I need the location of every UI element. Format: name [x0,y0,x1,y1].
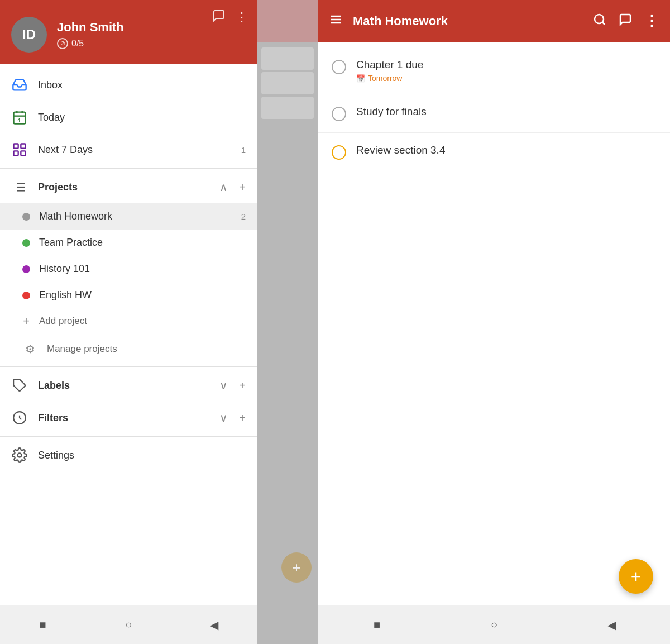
labels-collapse-icon[interactable]: ∨ [219,379,228,392]
team-practice-dot [22,239,30,247]
nav-divider [0,168,257,169]
english-hw-dot [22,292,30,299]
right-home-icon[interactable]: ○ [484,615,504,635]
left-header-icons: ⋮ [212,9,248,26]
right-header-icons: ⋮ [593,12,659,30]
svg-line-21 [602,22,605,24]
middle-fab: + [281,552,312,583]
left-header: ID John Smith ⊘ 0/5 ⋮ [0,0,257,64]
task-checkbox-study-finals[interactable] [332,107,346,121]
math-homework-badge: 2 [241,212,246,221]
nav-section: Inbox 4 Today [0,64,257,605]
english-hw-label: English HW [39,289,246,301]
manage-projects-label: Manage projects [47,344,117,355]
project-item-history101[interactable]: History 101 [0,256,257,282]
middle-overlay-header [257,0,318,42]
next7days-badge: 1 [241,145,246,155]
task-list: Chapter 1 due 📅 Tomorrow Study for final… [318,42,670,605]
labels-section-actions: ∨ + [219,379,246,392]
left-back-icon[interactable]: ◀ [204,615,224,635]
left-home-icon[interactable]: ○ [118,615,138,635]
project-item-english-hw[interactable]: English HW [0,282,257,308]
comment-icon[interactable] [619,13,632,30]
karma-icon: ⊘ [57,38,68,49]
history101-label: History 101 [39,263,246,275]
project-item-team-practice[interactable]: Team Practice [0,230,257,256]
fab-add-task[interactable]: + [619,559,653,594]
labels-label: Labels [38,380,209,392]
filters-collapse-icon[interactable]: ∨ [219,411,228,424]
labels-divider [0,366,257,367]
math-homework-dot [22,213,30,221]
right-stop-icon[interactable]: ■ [367,615,387,635]
avatar[interactable]: ID [11,17,47,53]
right-bottom-nav: ■ ○ ◀ [318,605,670,644]
filters-icon [11,409,28,426]
middle-overlay: + [257,0,318,644]
task-due-chapter1: 📅 Tomorrow [356,74,657,83]
right-header: Math Homework ⋮ [318,0,670,42]
settings-label: Settings [38,450,246,461]
next7days-label: Next 7 Days [38,144,231,156]
history101-dot [22,265,30,273]
task-title-study-finals: Study for finals [356,106,657,118]
user-info: John Smith ⊘ 0/5 [57,20,124,49]
due-calendar-icon: 📅 [356,74,365,83]
inbox-label: Inbox [38,79,246,91]
manage-projects-icon: ⚙ [22,341,38,357]
projects-label: Projects [38,182,209,193]
filters-section-header[interactable]: Filters ∨ + [0,402,257,434]
user-name: John Smith [57,20,124,35]
right-header-title: Math Homework [353,14,583,28]
sidebar-item-inbox[interactable]: Inbox [0,69,257,101]
inbox-icon [11,77,28,93]
task-item-chapter1[interactable]: Chapter 1 due 📅 Tomorrow [318,47,670,94]
projects-collapse-icon[interactable]: ∧ [219,180,228,194]
middle-overlay-row2 [261,72,314,94]
task-title-chapter1: Chapter 1 due [356,59,657,71]
projects-add-icon[interactable]: + [239,181,246,194]
task-item-study-finals[interactable]: Study for finals [318,94,670,133]
left-bottom-nav: ■ ○ ◀ [0,605,257,644]
today-label: Today [38,112,246,123]
task-checkbox-review-section[interactable] [332,145,346,160]
svg-point-16 [18,454,22,457]
menu-icon-btn[interactable] [329,13,343,30]
labels-section-header[interactable]: Labels ∨ + [0,369,257,402]
right-panel: Math Homework ⋮ Chapter 1 due [318,0,670,644]
comment-icon-btn[interactable] [212,9,226,26]
add-project-icon: + [22,317,30,325]
task-item-review-section[interactable]: Review section 3.4 [318,133,670,171]
filters-add-icon[interactable]: + [239,412,246,424]
task-checkbox-chapter1[interactable] [332,60,346,74]
right-back-icon[interactable]: ◀ [601,615,621,635]
project-item-math-homework[interactable]: Math Homework 2 [0,203,257,230]
filters-label: Filters [38,412,209,424]
manage-projects-item[interactable]: ⚙ Manage projects [0,334,257,364]
today-icon: 4 [11,109,28,126]
task-content-review-section: Review section 3.4 [356,144,657,156]
filters-section-actions: ∨ + [219,411,246,424]
math-homework-label: Math Homework [39,211,232,222]
sidebar-item-settings[interactable]: Settings [0,439,257,471]
add-project-label: Add project [39,316,87,327]
left-stop-icon[interactable]: ■ [33,615,53,635]
more-vert-icon[interactable]: ⋮ [644,12,659,30]
labels-add-icon[interactable]: + [239,379,246,392]
projects-section-header[interactable]: Projects ∧ + [0,171,257,203]
settings-divider [0,436,257,437]
settings-icon [11,447,28,464]
sidebar-item-next7days[interactable]: Next 7 Days 1 [0,133,257,166]
svg-rect-5 [14,144,18,149]
svg-rect-8 [21,151,25,155]
add-project-item[interactable]: + Add project [0,308,257,334]
task-content-chapter1: Chapter 1 due 📅 Tomorrow [356,59,657,83]
projects-icon [11,179,28,195]
sidebar-item-today[interactable]: 4 Today [0,101,257,133]
search-icon[interactable] [593,13,606,30]
user-karma: ⊘ 0/5 [57,38,124,49]
more-vert-icon-btn[interactable]: ⋮ [236,9,248,26]
labels-icon [11,377,28,394]
projects-section-actions: ∧ + [219,180,246,194]
svg-rect-7 [14,151,18,155]
